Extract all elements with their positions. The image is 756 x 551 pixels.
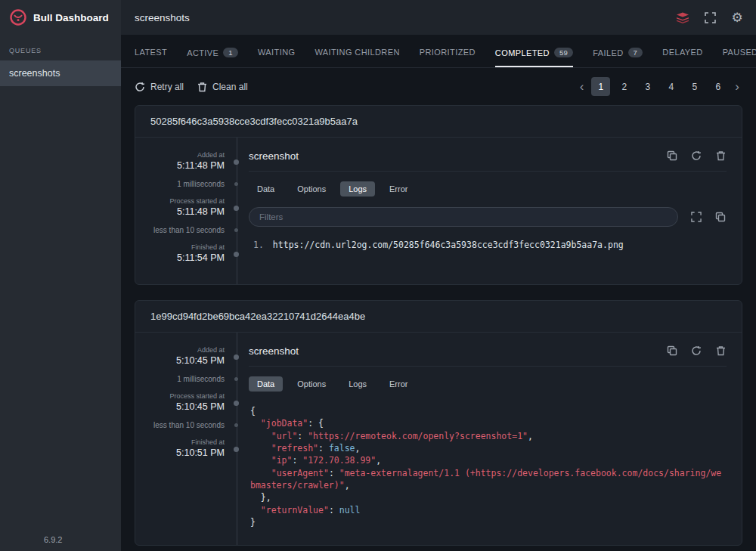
timeline-line [237,333,237,545]
timeline-label: Finished at [135,438,225,446]
job-card: 1e99cd94fd2be69bca42ea32210741d2644ea4be… [135,300,742,546]
timeline-value: 5:11:48 PM [135,160,225,171]
job-tab-logs[interactable]: Logs [340,376,375,392]
copy-logs-icon[interactable] [714,211,727,223]
sidebar: Bull Dashboard QUEUES screenshots 6.9.2 [0,0,121,551]
timeline-duration: less than 10 seconds [135,421,225,429]
job-card: 50285f646c3a5938cce3cdf3fecc0321a9b5aa7a… [135,105,742,285]
content: LATEST ACTIVE1 WAITING WAITING CHILDREN … [121,35,756,551]
job-tab-options[interactable]: Options [289,376,334,392]
pagination: ‹ 1 2 3 4 5 6 › [577,77,742,96]
timeline-value: 5:10:51 PM [135,447,225,458]
completed-count-badge: 59 [554,48,573,57]
job-id: 50285f646c3a5938cce3cdf3fecc0321a9b5aa7a [135,106,742,138]
timeline-dot [234,377,238,381]
app-logo[interactable]: Bull Dashboard [0,0,121,35]
timeline-value: 5:11:48 PM [135,206,225,217]
timeline-label: Added at [135,346,225,354]
page-button-4[interactable]: 4 [662,77,680,96]
logs-filter-input[interactable] [249,207,678,227]
job-tab-options[interactable]: Options [289,181,334,197]
retry-icon[interactable] [690,150,702,162]
sidebar-item-label: screenshots [9,68,60,79]
clean-all-button[interactable]: Clean all [197,82,248,92]
chevron-right-icon[interactable]: › [732,80,742,93]
timeline-value: 5:10:45 PM [135,401,225,412]
timeline-label: Added at [135,151,225,159]
timeline-label: Process started at [135,197,225,205]
job-tab-logs[interactable]: Logs [340,181,375,197]
page-button-3[interactable]: 3 [638,77,657,96]
app-version: 6.9.2 [0,529,121,551]
active-count-badge: 1 [223,48,238,57]
redis-icon[interactable] [676,11,689,24]
timeline-dot [234,354,239,360]
log-lines: 1. https://cdn.url2og.com/50285f646c3a59… [249,237,727,262]
app-root: Bull Dashboard QUEUES screenshots 6.9.2 … [0,0,756,551]
page-title: screenshots [135,12,190,23]
tab-waiting-children[interactable]: WAITING CHILDREN [314,48,399,67]
job-actions [666,345,727,357]
trash-icon [197,82,207,92]
timeline-dot [234,447,239,452]
queues-section-label: QUEUES [0,35,121,60]
timeline-dot [234,182,238,186]
retry-icon [135,82,145,92]
timeline-duration: less than 10 seconds [135,226,225,234]
expand-logs-icon[interactable] [690,211,702,223]
tab-delayed[interactable]: DELAYED [662,48,702,67]
job-tab-data[interactable]: Data [249,376,283,392]
status-tabs: LATEST ACTIVE1 WAITING WAITING CHILDREN … [121,35,756,68]
page-button-2[interactable]: 2 [615,77,634,96]
job-logs-panel: 1. https://cdn.url2og.com/50285f646c3a59… [249,207,727,262]
retry-all-button[interactable]: Retry all [135,82,184,92]
trash-icon[interactable] [714,345,727,357]
timeline-dot [234,228,238,232]
tab-failed[interactable]: FAILED7 [593,48,643,67]
tab-completed[interactable]: COMPLETED59 [495,48,573,67]
gear-icon[interactable]: ⚙ [730,11,744,24]
timeline-dot [234,252,239,257]
timeline-dot [234,401,239,406]
timeline-duration: 1 milliseconds [135,375,225,383]
copy-icon[interactable] [666,150,678,162]
tab-waiting[interactable]: WAITING [258,48,295,67]
tab-latest[interactable]: LATEST [135,48,167,67]
job-data-panel: { "jobData": { "url": "https://remoteok.… [249,402,727,533]
retry-icon[interactable] [690,345,702,357]
job-timeline: Added at 5:10:45 PM 1 milliseconds Proce… [135,340,237,533]
timeline-dot [234,206,239,211]
job-actions [666,150,727,162]
fullscreen-icon[interactable] [703,11,717,24]
timeline-label: Finished at [135,243,225,251]
timeline-dot [234,159,239,165]
sidebar-item-screenshots[interactable]: screenshots [0,60,121,86]
page-button-6[interactable]: 6 [708,77,727,96]
copy-icon[interactable] [666,345,678,357]
tab-active[interactable]: ACTIVE1 [187,48,238,67]
job-id: 1e99cd94fd2be69bca42ea32210741d2644ea4be [135,301,742,333]
job-tab-error[interactable]: Error [381,181,416,197]
trash-icon[interactable] [714,150,727,162]
timeline-dot [234,423,238,427]
log-line: 1. https://cdn.url2og.com/50285f646c3a59… [253,239,727,252]
job-detail-tabs: Data Options Logs Error [249,376,727,392]
job-name: screenshot [249,150,299,162]
failed-count-badge: 7 [628,48,643,57]
timeline-label: Process started at [135,392,225,400]
job-data-json: { "jobData": { "url": "https://remoteok.… [249,402,727,533]
job-name: screenshot [249,345,299,357]
job-tab-error[interactable]: Error [381,376,416,392]
chevron-left-icon[interactable]: ‹ [577,80,587,93]
job-detail-tabs: Data Options Logs Error [249,181,727,197]
timeline-value: 5:11:54 PM [135,252,225,263]
job-tab-data[interactable]: Data [249,181,283,197]
job-list: 50285f646c3a5938cce3cdf3fecc0321a9b5aa7a… [121,105,756,551]
tab-paused[interactable]: PAUSED [723,48,756,67]
main-area: screenshots ⚙ [121,0,756,551]
page-button-5[interactable]: 5 [685,77,704,96]
page-button-1[interactable]: 1 [591,77,610,96]
job-timeline: Added at 5:11:48 PM 1 milliseconds Proce… [135,145,237,272]
tab-prioritized[interactable]: PRIORITIZED [420,48,476,67]
bull-logo-icon [9,8,27,26]
